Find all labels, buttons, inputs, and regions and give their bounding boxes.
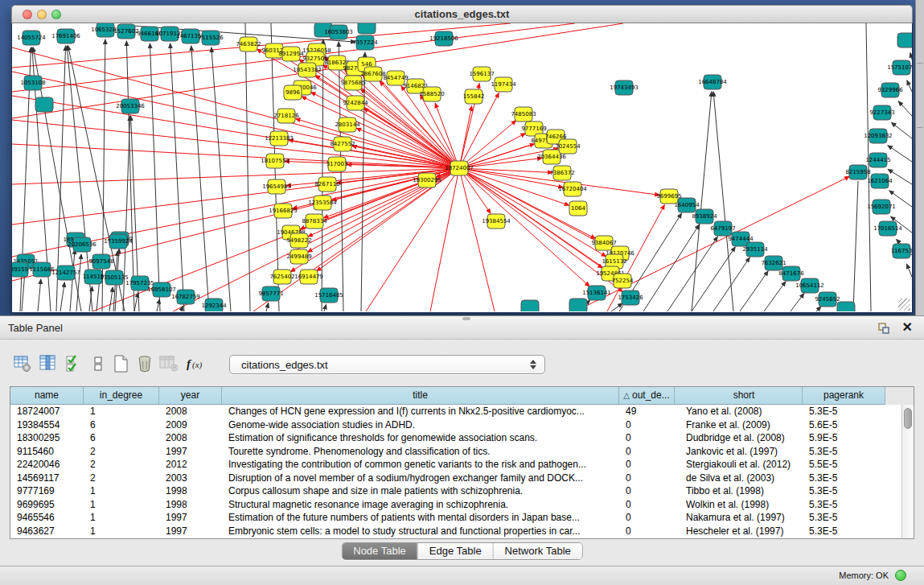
table-cell[interactable]: 18300295: [10, 431, 84, 445]
graph-node[interactable]: 8267110: [314, 177, 339, 192]
table-row[interactable]: 1872400712008Changes of HCN gene express…: [10, 405, 914, 418]
table-cell[interactable]: de Silva et al. (2003): [675, 472, 803, 485]
graph-node[interactable]: 1292344: [201, 299, 227, 311]
table-cell[interactable]: Nakamura et al. (1997): [675, 511, 803, 525]
graph-edge[interactable]: [12, 23, 511, 68]
table-cell[interactable]: 19384554: [10, 418, 84, 432]
table-cell[interactable]: Stergiakouli et al. (2012): [675, 458, 803, 472]
graph-node[interactable]: 8215958: [845, 165, 870, 179]
table-cell[interactable]: Estimation of the future numbers of pati…: [222, 511, 619, 525]
graph-node[interactable]: 2935114: [742, 242, 768, 257]
window-resize-grip[interactable]: [898, 299, 910, 311]
table-cell[interactable]: 0: [619, 484, 675, 498]
graph-edge[interactable]: [713, 257, 749, 311]
graph-node[interactable]: [837, 302, 855, 311]
graph-node[interactable]: 1621064: [867, 174, 893, 188]
table-cell[interactable]: Hescheler et al. (1997): [675, 525, 803, 538]
graph-node[interactable]: 2803144: [335, 117, 360, 132]
column-header-name[interactable]: name: [10, 387, 84, 405]
graph-node[interactable]: [897, 33, 912, 47]
graph-node[interactable]: 16720404: [558, 182, 587, 196]
graph-edge[interactable]: [211, 47, 231, 311]
tab-node-table[interactable]: Node Table: [342, 543, 418, 559]
graph-node[interactable]: 9097548: [88, 254, 113, 269]
table-cell[interactable]: Disruption of a novel member of a sodium…: [222, 472, 619, 485]
tab-network-table[interactable]: Network Table: [494, 543, 582, 559]
table-cell[interactable]: 6: [84, 431, 159, 445]
graph-node[interactable]: 17016514: [873, 221, 902, 236]
graph-edge[interactable]: [459, 134, 525, 168]
graph-node[interactable]: 15136141: [582, 286, 611, 300]
table-cell[interactable]: 9777169: [10, 484, 84, 498]
graph-edge[interactable]: [907, 264, 912, 277]
graph-edge[interactable]: [356, 128, 459, 168]
graph-node[interactable]: 39155: [12, 262, 28, 277]
graph-edge[interactable]: [76, 254, 81, 311]
graph-node[interactable]: 15692071: [867, 200, 896, 214]
graph-edge[interactable]: [459, 168, 495, 311]
table-cell[interactable]: 2009: [159, 418, 222, 432]
function-builder-icon[interactable]: f(x): [185, 352, 207, 374]
table-cell[interactable]: Dudbridge et al. (2008): [675, 431, 803, 445]
table-cell[interactable]: 1: [84, 525, 159, 538]
graph-node[interactable]: 9245652: [815, 292, 840, 307]
graph-node[interactable]: 5498222: [286, 233, 311, 248]
table-cell[interactable]: 0: [619, 498, 675, 512]
table-cell[interactable]: Tibbo et al. (1998): [675, 484, 803, 498]
graph-node[interactable]: 1064: [569, 201, 587, 216]
graph-node[interactable]: 18107554: [261, 154, 290, 168]
graph-node[interactable]: 8427552: [330, 137, 355, 151]
table-selector-dropdown[interactable]: citations_edges.txt: [229, 355, 545, 374]
table-cell[interactable]: 0: [619, 458, 675, 472]
graph-edge[interactable]: [12, 120, 459, 168]
column-header-in_degree[interactable]: in_degree: [84, 387, 159, 405]
graph-edge[interactable]: [266, 303, 269, 311]
table-row[interactable]: 969969511998Structural magnetic resonanc…: [10, 498, 914, 512]
graph-node[interactable]: 14055724: [17, 31, 46, 45]
graph-edge[interactable]: [38, 279, 41, 311]
graph-node[interactable]: 2499489: [286, 249, 311, 264]
graph-node[interactable]: 19654983: [262, 179, 291, 194]
table-cell[interactable]: Embryonic stem cells: a model to study s…: [222, 525, 619, 538]
table-cell[interactable]: 1: [84, 498, 159, 512]
graph-edge[interactable]: [173, 168, 459, 311]
graph-node[interactable]: 19218506: [429, 31, 458, 46]
graph-edge[interactable]: [12, 96, 459, 168]
graph-node[interactable]: 1588520: [419, 87, 444, 101]
graph-node[interactable]: 1244415: [865, 153, 890, 167]
table-cell[interactable]: 2: [84, 472, 159, 485]
table-cell[interactable]: 1997: [159, 445, 222, 459]
graph-node[interactable]: 2718126: [273, 109, 299, 123]
network-window-titlebar[interactable]: citations_edges.txt: [11, 5, 913, 23]
graph-edge[interactable]: [764, 282, 786, 311]
table-cell[interactable]: 9465546: [10, 511, 84, 525]
column-header-title[interactable]: title: [222, 387, 619, 405]
table-cell[interactable]: 2008: [159, 431, 222, 445]
table-cell[interactable]: 5.6E-5: [803, 418, 885, 432]
table-row[interactable]: 946554611997Estimation of the future num…: [10, 511, 914, 525]
graph-node[interactable]: [521, 300, 539, 311]
graph-node[interactable]: 7485083: [511, 107, 536, 122]
table-cell[interactable]: 5.3E-5: [803, 445, 885, 459]
table-cell[interactable]: 2012: [159, 458, 222, 472]
graph-node[interactable]: [35, 97, 53, 112]
graph-node[interactable]: 7386372: [549, 166, 574, 180]
tab-edge-table[interactable]: Edge Table: [418, 543, 494, 559]
graph-node[interactable]: 8878334: [302, 214, 327, 229]
graph-node[interactable]: 116753: [891, 244, 912, 258]
table-row[interactable]: 1456911722003Disruption of a novel membe…: [10, 472, 914, 485]
scrollbar-thumb[interactable]: [904, 408, 912, 429]
graph-node[interactable]: 9699695: [656, 189, 681, 204]
graph-node[interactable]: 19166825: [269, 204, 298, 218]
column-header-pagerank[interactable]: pagerank: [803, 387, 885, 405]
table-row[interactable]: 911546021997Tourette syndrome. Phenomeno…: [10, 445, 914, 459]
table-cell[interactable]: 2008: [159, 405, 222, 418]
graph-node[interactable]: 9857771: [258, 286, 283, 301]
graph-edge[interactable]: [109, 287, 113, 311]
table-cell[interactable]: Wolkin et al. (1998): [675, 498, 803, 512]
table-cell[interactable]: Corpus callosum shape and size in male p…: [222, 484, 619, 498]
graph-node[interactable]: 1197434: [491, 77, 516, 92]
splitter-handle[interactable]: [462, 317, 470, 320]
graph-node[interactable]: 19384554: [482, 214, 511, 229]
table-vertical-scrollbar[interactable]: [901, 405, 914, 538]
